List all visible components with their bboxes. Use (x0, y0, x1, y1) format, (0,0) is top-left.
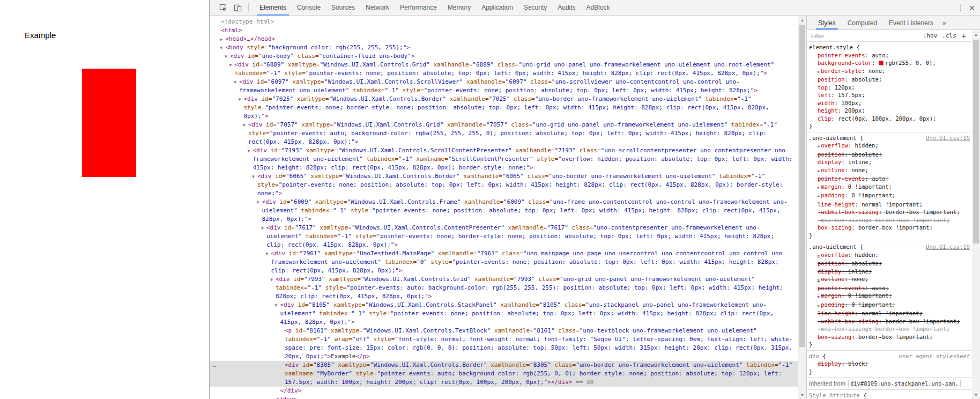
sidebar-tab-styles[interactable]: Styles (817, 16, 837, 29)
css-property[interactable]: ▶overflow: hidden; (809, 142, 970, 151)
tab-application[interactable]: Application (480, 0, 515, 16)
dom-tree-row[interactable]: ▼<div id="8105" xamltype="Windows.UI.Xam… (210, 301, 798, 327)
tab-audits[interactable]: Audits (556, 0, 577, 16)
scrollbar-up-icon[interactable]: ▲ (798, 16, 806, 24)
expand-shorthand-icon[interactable]: ▶ (818, 169, 820, 173)
tab-elements[interactable]: Elements (258, 0, 288, 16)
expand-shorthand-icon[interactable]: ▶ (818, 304, 820, 308)
css-property[interactable]: width: 100px; (809, 99, 970, 107)
dom-tree-row[interactable]: ▼<div id="7193" xamltype="Windows.UI.Xam… (210, 146, 798, 172)
tab-sources[interactable]: Sources (330, 0, 357, 16)
css-property[interactable]: background-color: rgb(255, 0, 0); (809, 59, 970, 67)
css-property[interactable]: ▶outline: none; (809, 275, 970, 284)
css-property[interactable]: position: absolute; (809, 260, 970, 268)
expand-shorthand-icon[interactable]: ▶ (818, 194, 820, 198)
css-property[interactable]: ▶margin: 0 !important; (809, 183, 970, 192)
more-options-icon[interactable]: ⋮ (955, 4, 966, 12)
expand-shorthand-icon[interactable]: ▶ (818, 278, 820, 282)
css-property[interactable]: ▶margin: 0 !important; (809, 292, 970, 301)
css-property[interactable]: pointer-events: auto; (809, 51, 970, 60)
dom-tree-row[interactable]: ▼<div id="6065" xamltype="Windows.UI.Xam… (210, 172, 798, 198)
collapse-arrow-icon[interactable]: ▼ (252, 173, 255, 181)
dom-tree-row[interactable]: ▼<div id="uno-body" class="container-flu… (210, 52, 798, 61)
collapse-arrow-icon[interactable]: ▼ (243, 121, 246, 130)
css-property[interactable]: pointer-events: auto; (809, 175, 970, 183)
collapse-arrow-icon[interactable]: ▼ (275, 301, 278, 310)
scrollbar-down-icon[interactable]: ▼ (972, 391, 980, 399)
css-property[interactable]: left: 157.5px; (809, 91, 970, 99)
dom-tree-row[interactable]: <html> (210, 26, 798, 35)
expand-arrow-icon[interactable]: ▶ (220, 35, 223, 44)
styles-filter-input[interactable] (809, 32, 918, 40)
css-selector[interactable]: .uno-uielement (809, 135, 857, 141)
dom-tree-row[interactable]: <!doctype html> (210, 18, 798, 26)
collapse-arrow-icon[interactable]: ▼ (225, 53, 227, 61)
css-source-link[interactable]: Uno.UI.css:19 (926, 243, 970, 251)
color-swatch[interactable] (879, 61, 884, 65)
css-property[interactable]: -moz-box-sizing: border-box !important; (809, 325, 970, 333)
collapse-arrow-icon[interactable]: ▼ (257, 198, 259, 207)
tab-network[interactable]: Network (364, 0, 391, 16)
css-property[interactable]: ▶border-style: none; (809, 67, 970, 76)
cls-toggle-button[interactable]: .cls (942, 32, 956, 39)
inspect-cursor-icon[interactable] (219, 4, 227, 12)
dom-tree-row[interactable]: ▼<div id="7993" xamltype="Windows.UI.Xam… (210, 275, 798, 301)
inherited-node-link[interactable]: div#8105.uno-stackpanel.uno-pan... (848, 380, 961, 387)
hov-toggle-button[interactable]: :hov (923, 32, 938, 39)
dom-tree-row[interactable]: </div> (210, 395, 798, 399)
expand-shorthand-icon[interactable]: ▶ (818, 144, 820, 149)
css-property[interactable]: line-height: normal !important; (809, 309, 970, 317)
elements-scrollbar[interactable]: ▲ ▼ (798, 16, 806, 399)
styles-scrollbar[interactable]: ▲ ▼ (972, 31, 980, 399)
css-property[interactable]: -moz-box-sizing: border-box !important; (809, 216, 970, 224)
collapse-arrow-icon[interactable]: ▼ (234, 78, 236, 87)
collapse-arrow-icon[interactable]: ▼ (229, 61, 232, 70)
css-property[interactable]: ▶padding: 0 !important; (809, 301, 970, 310)
dom-tree-row[interactable]: ▼<div id="7025" xamltype="Windows.UI.Xam… (210, 95, 798, 121)
collapse-arrow-icon[interactable]: ▼ (261, 224, 264, 233)
tab-memory[interactable]: Memory (446, 0, 472, 16)
dom-tree-row[interactable]: ▼<div id="7961" xamltype="UnoTestbed4.Ma… (210, 249, 798, 275)
new-style-rule-button[interactable]: + (962, 32, 966, 40)
dom-tree-row[interactable]: ▶<head>…</head> (210, 35, 798, 43)
collapse-arrow-icon[interactable]: ▼ (220, 44, 223, 53)
collapse-arrow-icon[interactable]: ▼ (239, 95, 241, 104)
dom-tree-row[interactable]: ▼<div id="7057" xamltype="Windows.UI.Xam… (210, 121, 798, 146)
collapse-arrow-icon[interactable]: ▼ (270, 276, 273, 284)
expand-shorthand-icon[interactable]: ▶ (818, 70, 820, 74)
tab-performance[interactable]: Performance (398, 0, 439, 16)
scrollbar-thumb[interactable] (973, 40, 979, 243)
css-property[interactable]: display: block; (809, 360, 970, 368)
tab-adblock[interactable]: AdBlock (585, 0, 612, 16)
css-property[interactable]: height: 200px; (809, 107, 970, 115)
css-property[interactable]: ▶outline: none; (809, 166, 970, 175)
dom-tree-row[interactable]: ▼<div id="6889" xamltype="Windows.UI.Xam… (210, 61, 798, 78)
dom-tree-row[interactable]: <p id="8161" xamltype="Windows.UI.Xaml.C… (210, 327, 798, 361)
css-property[interactable]: display: inline; (809, 268, 970, 276)
scrollbar-thumb[interactable] (799, 25, 805, 347)
sidebar-tab-computed[interactable]: Computed (847, 16, 878, 29)
tabs-overflow-chevron-icon[interactable]: » (942, 16, 946, 29)
css-selector[interactable]: Style Attribute (809, 392, 860, 398)
css-property[interactable]: ▶overflow: hidden; (809, 251, 970, 260)
css-property[interactable]: clip: rect(0px, 100px, 200px, 0px); (809, 115, 970, 123)
expand-shorthand-icon[interactable]: ▶ (818, 186, 820, 190)
toggle-device-toolbar-icon[interactable] (234, 4, 242, 12)
css-property[interactable]: box-sizing: border-box !important; (809, 224, 970, 232)
css-property[interactable]: -webkit-box-sizing: border-box !importan… (809, 208, 970, 216)
expand-shorthand-icon[interactable]: ▶ (818, 294, 820, 299)
close-devtools-icon[interactable]: ✕ (966, 4, 978, 12)
dom-tree-row-selected[interactable]: …<div id="8305" xamltype="Windows.UI.Xam… (210, 361, 798, 387)
dom-tree-row[interactable]: </div> (210, 387, 798, 395)
css-selector[interactable]: .uno-uielement (809, 243, 857, 250)
dom-tree-row[interactable]: ▼<div id="6097" xamltype="Windows.UI.Xam… (210, 78, 798, 95)
collapse-arrow-icon[interactable]: ▼ (266, 250, 269, 258)
css-property[interactable]: -webkit-box-sizing: border-box !importan… (809, 317, 970, 326)
dom-tree-row[interactable]: ▼<div id="7617" xamltype="Windows.UI.Xam… (210, 224, 798, 249)
css-selector[interactable]: element.style (809, 44, 853, 50)
css-property[interactable]: line-height: normal !important; (809, 201, 970, 209)
scrollbar-up-icon[interactable]: ▲ (972, 31, 980, 39)
css-source-link[interactable]: Uno.UI.css:19 (926, 134, 970, 142)
css-property[interactable]: display: inline; (809, 158, 970, 166)
tab-security[interactable]: Security (522, 0, 548, 16)
